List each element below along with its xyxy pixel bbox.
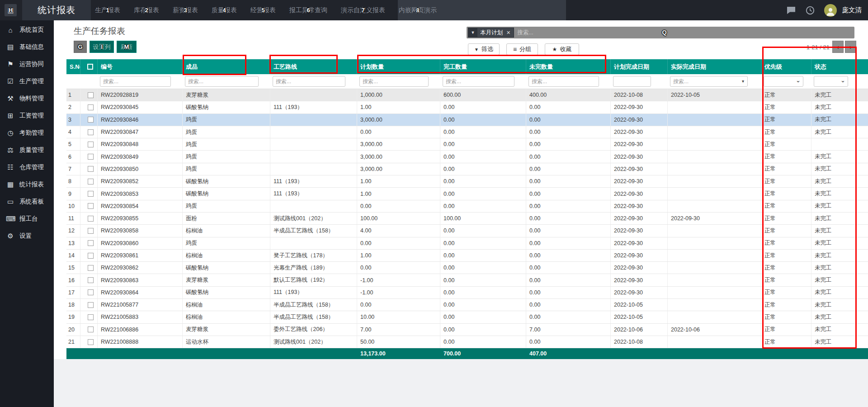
table-row[interactable]: 16RW220930863麦芽糖浆默认工艺路线（192）-1.000.000.0… <box>66 274 868 286</box>
sidebar-item-base-info[interactable]: ▤基础信息 <box>0 38 54 56</box>
table-row[interactable]: 4RW220930847鸡蛋0.000.000.002022-09-30正常未完… <box>66 126 868 138</box>
pagination-prev-button[interactable]: ‹ <box>832 41 844 53</box>
filter-input-completed[interactable] <box>443 76 514 87</box>
table-row[interactable]: 1RW220928819麦芽糖浆1,000.00600.00400.002022… <box>66 89 868 101</box>
sidebar-item-material[interactable]: ⚒物料管理 <box>0 90 54 107</box>
col-header-product[interactable]: 成品 <box>183 59 270 74</box>
table-row[interactable]: 14RW220930861棕榈油凳子工艺路线（178）1.000.000.002… <box>66 250 868 262</box>
col-header-actual_date[interactable]: 实际完成日期 <box>668 59 761 74</box>
table-row[interactable]: 18RW221005877棕榈油半成品工艺路线（158）0.000.000.00… <box>66 299 868 311</box>
col-header-route[interactable]: 工艺路线 <box>270 59 357 74</box>
row-checkbox[interactable] <box>88 240 94 246</box>
sidebar-item-production[interactable]: ☑生产管理 <box>0 73 54 90</box>
table-row[interactable]: 9RW220930853碳酸氢钠111（193）1.000.000.002022… <box>66 188 868 200</box>
sidebar-item-reports[interactable]: ▦统计报表 <box>0 176 54 193</box>
row-checkbox[interactable] <box>88 129 94 135</box>
row-checkbox[interactable] <box>88 104 94 110</box>
select-all-checkbox[interactable] <box>87 64 93 70</box>
sidebar-item-warehouse[interactable]: ☷仓库管理 <box>0 159 54 176</box>
group-button[interactable]: ≡ 分组 <box>506 43 538 55</box>
col-header-planned[interactable]: 计划数量 <box>357 59 440 74</box>
table-row[interactable]: 12RW220930858棕榈油半成品工艺路线（158）4.000.000.00… <box>66 225 868 237</box>
table-row[interactable]: 13RW220930860鸡蛋0.000.000.002022-09-30正常未… <box>66 237 868 250</box>
row-checkbox[interactable] <box>88 154 94 160</box>
table-row[interactable]: 8RW220930852碳酸氢钠111（193）1.000.000.002022… <box>66 175 868 188</box>
sidebar-item-settings[interactable]: ⚙设置 <box>0 227 54 245</box>
refresh-icon-button[interactable]: ↻ G <box>74 41 87 53</box>
row-checkbox[interactable] <box>88 179 94 185</box>
table-row[interactable]: 15RW220930862碳酸氢钠光幕生产路线（189）0.000.000.00… <box>66 262 868 274</box>
sidebar-item-quality[interactable]: ⚖质量管理 <box>0 142 54 159</box>
tab-embedded-page-demo[interactable]: 内嵌网页演示8 <box>399 6 437 14</box>
chat-icon[interactable] <box>786 5 796 15</box>
filter-input-actual_date[interactable] <box>670 76 748 87</box>
row-checkbox[interactable] <box>88 142 94 147</box>
sidebar-item-attendance[interactable]: ◷考勤管理 <box>0 124 54 142</box>
filter-select-priority[interactable]: ⌄ <box>764 76 803 87</box>
table-row[interactable]: 6RW220930849鸡蛋3,000.000.000.002022-09-30… <box>66 151 868 163</box>
table-row[interactable]: 10RW220930854鸡蛋0.000.000.002022-09-30正常未… <box>66 200 868 213</box>
remove-filter-icon[interactable]: ✕ <box>505 30 514 36</box>
col-header-code[interactable]: 编号 <box>98 59 183 74</box>
row-checkbox[interactable] <box>88 117 94 123</box>
tab-inventory-report[interactable]: 库存报表2 <box>134 6 159 14</box>
tab-business-report[interactable]: 经营报表5 <box>250 6 276 14</box>
row-checkbox[interactable] <box>88 289 94 295</box>
row-checkbox[interactable] <box>88 228 94 234</box>
app-menu-button[interactable]: ▦ H <box>5 4 17 16</box>
col-header-status[interactable]: 状态 <box>811 59 856 74</box>
row-checkbox[interactable] <box>88 191 94 197</box>
table-row[interactable]: 17RW220930864碳酸氢钠111（193）-1.000.000.0020… <box>66 287 868 299</box>
col-header-plan_date[interactable]: 计划完成日期 <box>611 59 668 74</box>
global-search-bar[interactable]: ▼ 本月计划 ✕ 搜索... Q <box>467 27 854 38</box>
filter-button[interactable]: ▼ 筛选 <box>468 43 500 55</box>
sidebar-item-home[interactable]: ⌂系统首页 <box>0 21 54 38</box>
tab-demo-custom-report[interactable]: 演示自定义报表7 <box>341 6 385 14</box>
set-columns-button[interactable]: 设置列 I <box>90 41 114 53</box>
row-checkbox[interactable] <box>88 92 94 98</box>
filter-input-remaining[interactable] <box>528 76 599 87</box>
table-row[interactable]: 5RW220930848鸡蛋3,000.000.000.002022-09-30… <box>66 138 868 151</box>
tab-quality-report[interactable]: 质量报表4 <box>212 6 237 14</box>
table-row[interactable]: 21RW221008888运动水杯测试路线001（202）50.000.000.… <box>66 336 868 348</box>
filter-tag[interactable]: ▼ 本月计划 ✕ <box>468 28 514 38</box>
row-checkbox[interactable] <box>88 265 94 271</box>
sidebar-item-workstation[interactable]: ⌨报工台 <box>0 210 54 227</box>
table-row[interactable]: 3RW220930846鸡蛋3,000.000.000.002022-09-30… <box>66 114 868 126</box>
avatar[interactable] <box>824 4 837 17</box>
row-checkbox[interactable] <box>88 339 94 345</box>
row-checkbox[interactable] <box>88 277 94 283</box>
table-row[interactable]: 11RW220930855面粉测试路线001（202）100.00100.000… <box>66 213 868 225</box>
refresh-button[interactable]: 刷新 M <box>117 41 137 53</box>
sidebar-item-dashboard[interactable]: ▭系统看板 <box>0 193 54 210</box>
username[interactable]: 庞文清 <box>842 6 862 14</box>
filter-input-plan_date[interactable] <box>613 76 651 87</box>
filter-input-route[interactable] <box>273 76 345 87</box>
col-header-priority[interactable]: 优先级 <box>761 59 811 74</box>
sidebar-item-payroll[interactable]: ⊞工资管理 <box>0 107 54 124</box>
row-checkbox[interactable] <box>88 314 94 320</box>
sidebar-item-operations[interactable]: ⚑运营协同 <box>0 56 54 73</box>
tab-production-report[interactable]: 生产报表1 <box>95 6 120 14</box>
history-clock-icon[interactable] <box>805 5 815 15</box>
row-checkbox[interactable] <box>88 253 94 259</box>
table-row[interactable]: 2RW220930845碳酸氢钠111（193）1.000.000.002022… <box>66 101 868 114</box>
filter-input-product[interactable] <box>185 76 259 87</box>
pagination-next-button[interactable]: › <box>845 41 856 53</box>
row-checkbox[interactable] <box>88 302 94 308</box>
row-checkbox[interactable] <box>88 216 94 222</box>
row-checkbox[interactable] <box>88 203 94 209</box>
table-row[interactable]: 7RW220930850鸡蛋3,000.000.000.002022-09-30… <box>66 163 868 175</box>
col-header-completed[interactable]: 完工数量 <box>440 59 526 74</box>
filter-input-code[interactable] <box>100 76 171 87</box>
table-row[interactable]: 20RW221006886麦芽糖浆委外工艺路线（206）7.000.007.00… <box>66 324 868 336</box>
row-checkbox[interactable] <box>88 327 94 332</box>
filter-select-status[interactable]: ⌄ <box>814 76 848 87</box>
table-row[interactable]: 19RW221005883棕榈油半成品工艺路线（158）10.000.000.0… <box>66 311 868 323</box>
tab-payroll-report[interactable]: 薪资报表3 <box>173 6 198 14</box>
filter-input-planned[interactable] <box>359 76 429 87</box>
col-header-remaining[interactable]: 未完数量 <box>526 59 611 74</box>
favorite-button[interactable]: ★ 收藏 <box>545 43 579 55</box>
tab-work-exception-query[interactable]: 报工异常查询6 <box>289 6 327 14</box>
row-checkbox[interactable] <box>88 166 94 172</box>
